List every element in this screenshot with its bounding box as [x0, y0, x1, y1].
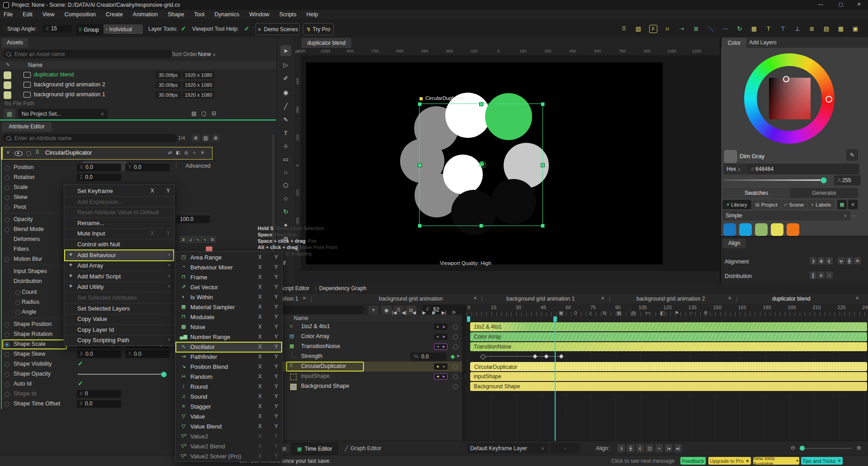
tab-script-editor[interactable]: Script Editor [280, 285, 309, 292]
tab-color[interactable]: Color [722, 38, 746, 48]
timeline-bar-color-array[interactable]: Color Array [470, 332, 867, 341]
asset-row[interactable]: duplicator blend30.00fps1920 x 1080 [0, 70, 276, 80]
asset-row[interactable]: background grid animation 130.00fps1920 … [0, 90, 276, 100]
list-view-icon[interactable]: ≡ [848, 200, 858, 209]
group-button[interactable]: ⠿ Group [76, 24, 106, 35]
layer-enable-circle[interactable] [453, 374, 458, 379]
trash-icon[interactable]: ⊟ [210, 109, 218, 118]
zoom-in-button[interactable]: ⊕ [855, 444, 863, 452]
flag-icon[interactable]: ⚑ [672, 309, 681, 316]
layer-row-circularduplicator[interactable]: ⠿CircularDuplicator◀▶ [276, 362, 462, 372]
swatch-more-button[interactable]: ··· [850, 212, 856, 219]
star-tool[interactable]: ☆ [280, 193, 291, 204]
selection-handle[interactable] [541, 102, 545, 106]
attribute-field[interactable]: X0.0 [77, 164, 121, 171]
keyframe-mini-field[interactable]: - [551, 443, 580, 454]
timeline-bar-background-shape[interactable]: Background Shape [470, 382, 867, 391]
timeline-bar-1to2-4to1[interactable]: 1to2 & 4to1 [470, 322, 867, 331]
keyframe-solid[interactable] [544, 354, 549, 359]
layer-row-strength[interactable]: Strength%0.0▶ [276, 352, 462, 362]
maximize-button[interactable]: ▢ [832, 1, 850, 7]
name-header[interactable]: Name [294, 315, 308, 321]
alpha-slider[interactable] [724, 179, 823, 181]
menu-create[interactable]: Create [106, 11, 123, 18]
prev-keyframe-button[interactable]: ◀| [400, 309, 409, 316]
comp-tab-close-icon[interactable]: ✕ [473, 296, 477, 301]
layer-enable-circle[interactable] [453, 384, 458, 389]
attribute-field[interactable]: #0.0 [77, 400, 121, 408]
viewport-settings-icon[interactable]: ⚙ [701, 309, 710, 316]
context-menu-item-add-expression-[interactable]: Add Expression... [65, 197, 174, 207]
context-menu-item-rename-[interactable]: Rename... [65, 218, 174, 229]
grid-view-icon[interactable]: ▦ [837, 200, 847, 209]
distribute-v-icon[interactable]: ≡ [817, 271, 825, 279]
node-tree-icon[interactable]: ⋱ [705, 23, 716, 34]
swap-icon[interactable]: ⇄ [166, 149, 174, 156]
tab-generator[interactable]: Generator [790, 188, 858, 198]
timeline-bars-area[interactable]: 1to2 & 4to1Color ArrayTransitionNoiseCir… [467, 322, 868, 441]
context-menu-item-mute-input[interactable]: Mute InputXY [65, 228, 174, 239]
skip-icon[interactable]: » [655, 444, 663, 452]
attribute-radio[interactable] [5, 322, 9, 327]
layer-io-toggles[interactable]: ◀▶ [434, 334, 448, 340]
color-swatch[interactable] [723, 223, 736, 236]
context-menu-item-copy-value[interactable]: Copy Value [65, 314, 174, 325]
layer-row-1to2-4to1[interactable]: ⠶1to2 & 4to1◀▶ [276, 322, 462, 332]
audio-icon[interactable]: ♫ [585, 309, 594, 316]
color-swatch[interactable] [771, 223, 783, 236]
attribute-radio[interactable] [5, 392, 9, 397]
attribute-radio[interactable] [15, 310, 20, 315]
attribute-search-input[interactable] [14, 135, 160, 142]
menu-view[interactable]: View [42, 11, 55, 18]
comp-tab-close-icon[interactable]: ✕ [601, 296, 604, 301]
context-menu-item-control-with-null[interactable]: Control with Null [65, 239, 174, 250]
zoom-out-button[interactable]: ⊖ [789, 444, 797, 452]
tab-duplicator-blend[interactable]: duplicator blend [302, 38, 351, 48]
menu-window[interactable]: Window [249, 11, 269, 18]
layer-row-inputshape[interactable]: inputShape◀▶ [276, 372, 462, 381]
time-editor-button[interactable]: ▦Time Editor [292, 443, 338, 455]
behaviour-item-random[interactable]: ∺RandomXY [176, 372, 282, 382]
menu-scripts[interactable]: Scripts [279, 11, 297, 18]
asset-color-swatch[interactable] [4, 81, 11, 89]
asset-row[interactable]: background grid animation 230.00fps1920 … [0, 80, 276, 90]
hex-field[interactable]: # 646464 [747, 164, 859, 174]
camera-icon[interactable]: ▣ [850, 23, 861, 34]
selection-handle[interactable] [541, 163, 545, 167]
menu-shape[interactable]: Shape [168, 11, 184, 18]
snap-grid-icon[interactable]: ⊞ [600, 309, 609, 316]
scatter-icon[interactable]: ⠶ [662, 23, 673, 34]
attribute-row-position[interactable]: PositionX0.0Y0.0 [0, 163, 276, 173]
layer-io-toggles[interactable]: ◀▶ [434, 373, 448, 380]
text-pointer-icon[interactable]: T [763, 23, 774, 34]
attribute-radio[interactable] [5, 257, 9, 262]
axis-tool[interactable]: ⊹ [280, 141, 291, 151]
tool-strip-handle[interactable]: ⋮ [284, 37, 288, 42]
deformer-add-icon[interactable]: ∿ [194, 236, 201, 243]
behaviour-item-position-blend[interactable]: ↘Position BlendXY [176, 362, 282, 372]
step-forward-button[interactable]: ▶ [429, 309, 439, 316]
align-right-icon[interactable]: ╡ [826, 257, 833, 265]
align-bottom-icon[interactable]: ╧ [854, 257, 861, 265]
behaviour-item-material-sampler[interactable]: ▦Material SamplerXY [176, 302, 282, 312]
menu-composition[interactable]: Composition [65, 11, 96, 18]
deformer-add-icon[interactable]: ⊠ [209, 236, 216, 243]
comp-tab-close-icon[interactable]: ✕ [728, 296, 731, 301]
selection-bounding-box[interactable] [419, 104, 543, 226]
behaviour-item-area-range[interactable]: ◳Area RangeXY [176, 253, 282, 263]
menu-dynamics[interactable]: Dynamics [214, 11, 239, 18]
keyframe-layer-dropdown[interactable]: Default Keyframe Layer∨ [467, 443, 548, 454]
tl-align-center-icon[interactable]: ╫ [627, 444, 635, 452]
zoom-slider-track[interactable] [799, 448, 852, 449]
context-menu-item-copy-scripting-path[interactable]: Copy Scripting Path› [65, 335, 174, 346]
toolbar-handle[interactable]: ⋮ [2, 24, 7, 30]
sv-selector[interactable] [783, 76, 789, 82]
camera-tool[interactable]: ◉ [280, 87, 291, 98]
comp-tab-1[interactable]: background grid animation [379, 296, 443, 302]
color-swatch[interactable] [787, 223, 799, 236]
layer-tools-check[interactable]: ✓ [181, 25, 186, 32]
playhead-line[interactable] [555, 316, 556, 441]
badge-feedback[interactable]: Feedback [680, 457, 706, 465]
layer-row-background-shape[interactable]: Background Shape [276, 381, 462, 391]
context-menu-item-add-utility[interactable]: +Add Utility› [65, 282, 174, 292]
